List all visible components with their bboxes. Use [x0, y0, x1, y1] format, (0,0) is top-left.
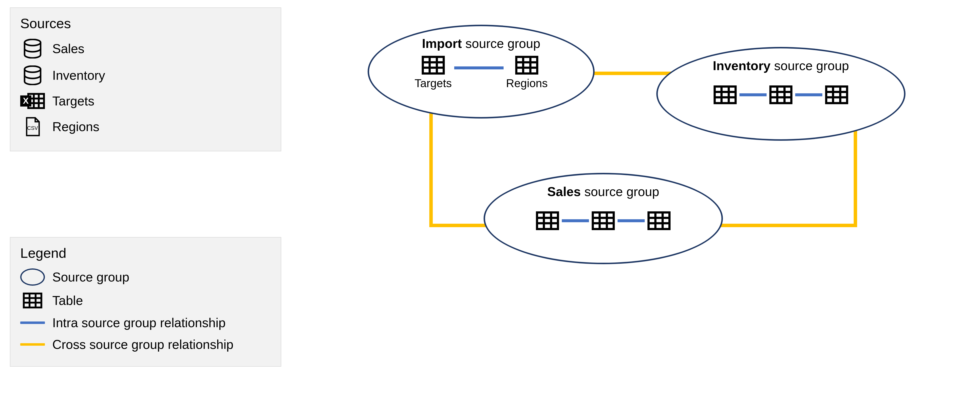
- table-icon: [825, 85, 848, 104]
- group-title: Sales source group: [547, 184, 659, 199]
- table-caption: Regions: [506, 77, 548, 90]
- group-title: Import source group: [422, 36, 540, 51]
- table-icon: [769, 85, 793, 104]
- source-label: Regions: [52, 119, 99, 134]
- sales-source-group: Sales source group: [484, 173, 723, 264]
- legend-label: Intra source group relationship: [52, 315, 226, 330]
- source-groups-diagram: Import source group Targets Regions Inve…: [345, 10, 962, 281]
- table-node: [536, 211, 559, 230]
- excel-icon: [20, 92, 45, 110]
- table-icon: [713, 85, 737, 104]
- source-label: Targets: [52, 94, 94, 109]
- table-icon: [592, 211, 615, 230]
- tables-row: Targets Regions: [415, 56, 548, 90]
- import-source-group: Import source group Targets Regions: [368, 25, 595, 118]
- source-row: Inventory: [20, 65, 271, 85]
- intra-relationship-connector: [740, 93, 767, 96]
- legend-row: Cross source group relationship: [20, 337, 271, 352]
- group-title: Inventory source group: [713, 58, 849, 73]
- legend-panel: Legend Source group Table Intra source g…: [10, 237, 281, 367]
- table-targets: Targets: [415, 56, 452, 90]
- group-title-rest: source group: [770, 59, 849, 73]
- sources-panel: Sources Sales Inventory Targets Regions: [10, 7, 281, 151]
- inventory-source-group: Inventory source group: [656, 47, 905, 141]
- table-caption: Targets: [415, 77, 452, 90]
- database-icon: [20, 39, 45, 59]
- legend-row: Source group: [20, 268, 271, 286]
- table-node: [713, 85, 737, 104]
- legend-label: Table: [52, 293, 83, 308]
- table-node: [825, 85, 848, 104]
- source-group-ellipse-icon: [20, 268, 45, 286]
- legend-label: Cross source group relationship: [52, 337, 234, 352]
- table-icon: [647, 211, 671, 230]
- tables-row: [713, 85, 848, 104]
- table-node: [592, 211, 615, 230]
- source-row: Sales: [20, 39, 271, 59]
- table-regions: Regions: [506, 56, 548, 90]
- legend-label: Source group: [52, 270, 129, 284]
- table-icon: [422, 56, 445, 75]
- cross-relationship-line-icon: [20, 343, 45, 346]
- legend-row: Table: [20, 292, 271, 308]
- source-label: Inventory: [52, 68, 105, 83]
- table-icon: [536, 211, 559, 230]
- legend-row: Intra source group relationship: [20, 315, 271, 330]
- table-node: [769, 85, 793, 104]
- legend-panel-title: Legend: [20, 245, 271, 261]
- group-title-bold: Sales: [547, 184, 581, 199]
- intra-relationship-connector: [454, 66, 504, 69]
- group-title-bold: Import: [422, 36, 462, 51]
- sources-panel-title: Sources: [20, 15, 271, 31]
- cross-relationship-connector: [854, 128, 857, 227]
- csv-file-icon: [20, 117, 45, 137]
- source-row: Regions: [20, 117, 271, 137]
- source-row: Targets: [20, 92, 271, 110]
- database-icon: [20, 65, 45, 85]
- intra-relationship-line-icon: [20, 321, 45, 324]
- group-title-bold: Inventory: [713, 59, 770, 73]
- intra-relationship-connector: [617, 219, 645, 222]
- cross-relationship-connector: [429, 106, 433, 227]
- group-title-rest: source group: [462, 36, 540, 51]
- tables-row: [536, 211, 671, 230]
- table-icon: [515, 56, 539, 75]
- source-label: Sales: [52, 41, 84, 56]
- table-node: [647, 211, 671, 230]
- intra-relationship-connector: [562, 219, 589, 222]
- intra-relationship-connector: [795, 93, 822, 96]
- group-title-rest: source group: [581, 184, 659, 199]
- table-icon: [20, 292, 45, 308]
